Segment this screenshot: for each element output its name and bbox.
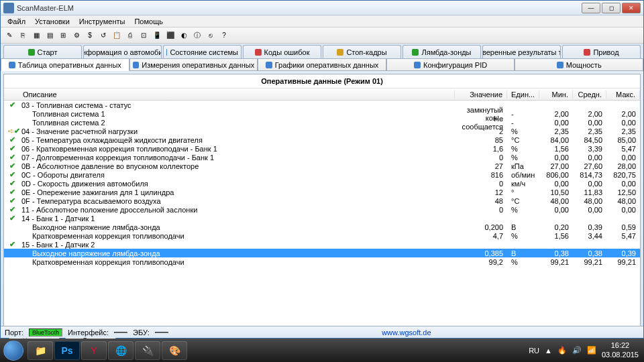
tab-icon — [414, 62, 421, 68]
toolbar-btn-10[interactable]: ⊡ — [138, 29, 150, 42]
tab-icon — [584, 49, 590, 56]
tab-icon — [133, 62, 140, 68]
table-row[interactable]: ✔05 - Температура охлаждающей жидкости д… — [4, 135, 640, 144]
tray-flag-icon[interactable]: ▲ — [545, 347, 552, 355]
system-tray[interactable]: RU ▲ 🔥 🔊 📶 16:22 03.08.2015 — [529, 341, 644, 359]
upper-tab-5[interactable]: Лямбда-зонды — [402, 45, 481, 58]
menubar: ФайлУстановкиИнструментыПомощь — [1, 15, 643, 27]
table-row[interactable]: Выходное напряжение лямбда-зонда0,385В0,… — [4, 249, 640, 257]
lower-tab-4[interactable]: Мощность — [515, 59, 643, 71]
toolbar-btn-8[interactable]: 📋 — [111, 29, 123, 42]
toolbar-btn-12[interactable]: ⬛ — [164, 29, 176, 42]
taskbar-explorer[interactable]: 📁 — [28, 341, 53, 360]
table-row[interactable]: ✔06 - Кратковременная коррекция топливоп… — [4, 144, 640, 153]
check-icon: ✔ — [8, 101, 16, 109]
lower-tab-0[interactable]: Таблица оперативных данных — [1, 59, 129, 71]
toolbar-btn-4[interactable]: ⊞ — [57, 29, 69, 42]
table-row[interactable]: ✔0F - Температура всасываемого воздуха48… — [4, 196, 640, 205]
check-icon: ✔ — [8, 144, 16, 153]
toolbar-btn-7[interactable]: ↺ — [97, 29, 109, 42]
sb-link[interactable]: www.wgsoft.de — [382, 328, 431, 337]
toolbar-btn-6[interactable]: $ — [84, 29, 96, 42]
col-min[interactable]: Мин. — [539, 90, 573, 99]
tab-icon — [9, 62, 15, 68]
table-row[interactable]: ✔07 - Долговременная коррекция топливопо… — [4, 153, 640, 162]
table-row[interactable]: ✔0C - Обороты двигателя816об/мин806,0081… — [4, 170, 640, 179]
toolbar-btn-2[interactable]: ▦ — [30, 29, 42, 42]
app-icon — [3, 3, 14, 13]
taskbar-photoshop[interactable]: Ps — [54, 341, 80, 360]
arrow-icon: ➪✔ — [8, 127, 16, 135]
check-icon: ✔ — [8, 188, 16, 196]
table-row[interactable]: ✔14 - Банк 1 - Датчик 1 — [4, 214, 640, 223]
col-max[interactable]: Макс. — [606, 90, 640, 99]
table-row[interactable]: Кратковременная коррекция топливоподачи9… — [4, 257, 640, 266]
maximize-button[interactable]: ◻ — [602, 3, 621, 13]
toolbar-btn-13[interactable]: ◐ — [178, 29, 190, 42]
lower-tab-2[interactable]: Графики оперативных данных — [258, 59, 386, 71]
upper-tab-4[interactable]: Стоп-кадры — [323, 45, 401, 58]
window-title: ScanMaster-ELM — [17, 4, 582, 12]
toolbar-btn-15[interactable]: ⎋ — [205, 29, 217, 42]
sb-iface-label: Интерфейс: — [68, 328, 109, 337]
taskbar-yandex[interactable]: Y — [81, 341, 107, 360]
tray-clock[interactable]: 16:22 03.08.2015 — [602, 341, 639, 359]
upper-tab-0[interactable]: Старт — [3, 45, 82, 58]
menu-2[interactable]: Инструменты — [75, 17, 129, 26]
start-button[interactable] — [0, 339, 27, 362]
table-row[interactable]: ✔15 - Банк 1 - Датчик 2 — [4, 240, 640, 249]
upper-tab-3[interactable]: Коды ошибок — [243, 45, 321, 58]
close-button[interactable]: ✕ — [622, 3, 641, 13]
tab-icon — [166, 49, 167, 56]
lower-tab-1[interactable]: Измерения оперативных данных — [129, 59, 258, 71]
upper-tab-6[interactable]: Проверенные результаты теста — [482, 45, 561, 58]
upper-tab-7[interactable]: Привод — [562, 45, 641, 58]
grid-body[interactable]: ✔03 - Топливная система - статусТопливна… — [4, 101, 640, 328]
table-row[interactable]: ✔11 - Абсолютное положение дроссельной з… — [4, 205, 640, 214]
upper-tab-1[interactable]: Информация о автомобиле — [83, 45, 162, 58]
col-desc[interactable]: Описание — [4, 90, 455, 99]
menu-0[interactable]: Файл — [3, 17, 30, 26]
toolbar-btn-9[interactable]: ⎙ — [124, 29, 136, 42]
table-row[interactable]: ✔0B - Абсолютное давление во впускном ко… — [4, 162, 640, 170]
tray-lang[interactable]: RU — [529, 347, 539, 355]
table-row[interactable]: ➪✔04 - Значение расчетной нагрузки2%2,35… — [4, 127, 640, 135]
tab-icon — [255, 49, 262, 56]
table-row[interactable]: Выходное напряжение лямбда-зонда0,200В0,… — [4, 223, 640, 231]
toolbar-btn-16[interactable]: ? — [218, 29, 230, 42]
titlebar[interactable]: ScanMaster-ELM — ◻ ✕ — [1, 1, 643, 15]
col-avg[interactable]: Средн. — [573, 90, 606, 99]
table-row[interactable]: ✔0D - Скорость движения автомобиля0км/ч0… — [4, 179, 640, 188]
tray-sound-icon[interactable]: 🔊 — [572, 346, 582, 355]
table-row[interactable]: ✔03 - Топливная система - статус — [4, 101, 640, 109]
toolbar-btn-0[interactable]: ✎ — [3, 29, 15, 42]
toolbar-btn-1[interactable]: ⎘ — [17, 29, 29, 42]
col-unit[interactable]: Един... — [507, 90, 539, 99]
lower-tab-3[interactable]: Конфигурация PID — [386, 59, 515, 71]
sb-ecu-val — [155, 332, 168, 333]
table-row[interactable]: Топливная система 1замкнутый кон...-2,00… — [4, 109, 640, 118]
toolbar-btn-3[interactable]: ▤ — [44, 29, 56, 42]
toolbar-btn-14[interactable]: ⓘ — [191, 29, 203, 42]
tray-network-icon[interactable]: 📶 — [587, 346, 596, 355]
table-row[interactable]: ✔0E - Опережение зажигания для 1 цилиндр… — [4, 188, 640, 196]
taskbar[interactable]: 📁 Ps Y 🌐 🔌 🎨 RU ▲ 🔥 🔊 📶 16:22 03.08.2015 — [0, 339, 644, 362]
taskbar-paint[interactable]: 🎨 — [162, 341, 187, 360]
table-row[interactable]: Топливная система 2Не сообщается-0,000,0… — [4, 118, 640, 127]
tray-battery-icon[interactable]: 🔥 — [557, 346, 567, 355]
toolbar-btn-5[interactable]: ⚙ — [70, 29, 83, 42]
tab-icon — [412, 49, 419, 56]
minimize-button[interactable]: — — [582, 3, 600, 13]
taskbar-chrome[interactable]: 🌐 — [108, 341, 133, 360]
check-icon: ✔ — [8, 240, 16, 249]
upper-tab-2[interactable]: Состояние системы — [163, 45, 241, 58]
menu-1[interactable]: Установки — [31, 17, 74, 26]
check-icon: ✔ — [8, 179, 16, 188]
col-val[interactable]: Значение — [455, 90, 507, 99]
check-icon: ✔ — [8, 205, 16, 214]
menu-3[interactable]: Помощь — [130, 17, 167, 26]
taskbar-scanmaster[interactable]: 🔌 — [135, 341, 160, 360]
table-row[interactable]: Кратковременная коррекция топливоподачи4… — [4, 231, 640, 240]
toolbar-btn-11[interactable]: 📱 — [151, 29, 163, 42]
toolbar: ✎⎘▦▤⊞⚙$↺📋⎙⊡📱⬛◐ⓘ⎋? — [1, 27, 643, 44]
